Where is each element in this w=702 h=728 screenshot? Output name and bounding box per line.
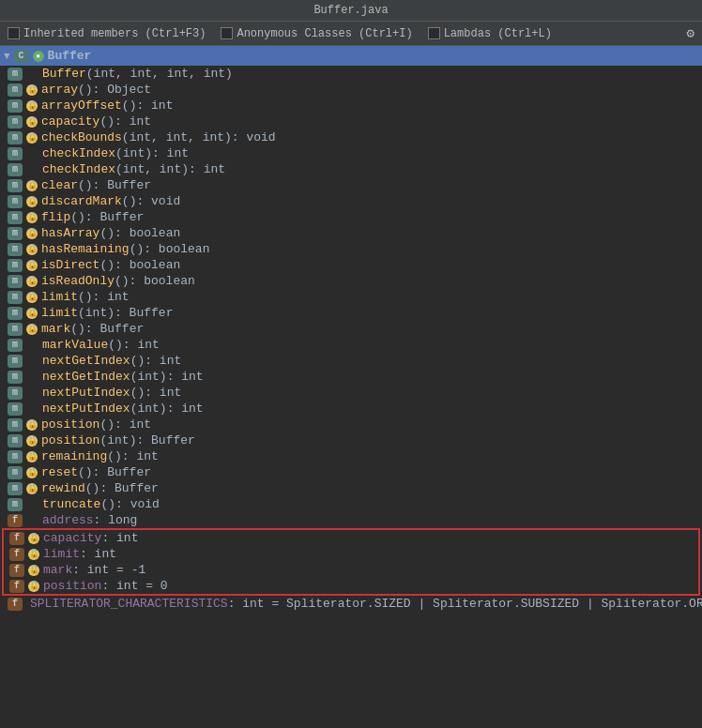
method-badge: m: [8, 68, 23, 81]
member-text: array(): Object: [41, 83, 151, 97]
method-badge: m: [8, 339, 23, 352]
method-badge: m: [8, 195, 23, 208]
list-item[interactable]: m 🔒 flip(): Buffer: [0, 209, 702, 225]
member-text: nextPutIndex(): int: [42, 386, 181, 400]
field-badge: f: [8, 514, 23, 527]
method-badge: m: [8, 323, 23, 336]
member-text: hasRemaining(): boolean: [41, 242, 209, 256]
list-item[interactable]: m 🔒 reset(): Buffer: [0, 464, 702, 480]
list-item[interactable]: m nextPutIndex(): int: [0, 385, 702, 401]
list-item[interactable]: f 🔒 mark: int = -1: [4, 562, 698, 578]
list-item[interactable]: m 🔒 hasArray(): boolean: [0, 225, 702, 241]
list-item[interactable]: m 🔒 position(int): Buffer: [0, 432, 702, 448]
list-item[interactable]: m 🔒 discardMark(): void: [0, 193, 702, 209]
method-badge: m: [8, 227, 23, 240]
lambdas-checkbox[interactable]: Lambdas (Ctrl+L): [428, 27, 552, 40]
member-text: position(): int: [41, 417, 151, 432]
list-item[interactable]: m truncate(): void: [0, 496, 702, 512]
lock-icon: 🔒: [26, 196, 38, 207]
lock-icon: 🔒: [26, 228, 38, 239]
list-item[interactable]: m 🔒 isReadOnly(): boolean: [0, 273, 702, 289]
method-badge: m: [8, 147, 23, 160]
lock-icon: 🔒: [28, 581, 39, 592]
list-item[interactable]: m 🔒 mark(): Buffer: [0, 321, 702, 337]
member-text: position: int = 0: [43, 579, 168, 593]
lock-icon: 🔒: [26, 419, 38, 431]
member-text: rewind(): Buffer: [41, 481, 159, 495]
field-badge: f: [9, 548, 24, 561]
list-item[interactable]: m checkIndex(int, int): int: [0, 161, 702, 177]
member-list: m Buffer(int, int, int, int) m 🔒 array()…: [0, 66, 702, 728]
class-name: Buffer: [48, 49, 92, 63]
lock-icon: 🔒: [26, 308, 38, 319]
list-item[interactable]: m 🔒 limit(int): Buffer: [0, 305, 702, 321]
member-text: checkBounds(int, int, int): void: [41, 130, 276, 144]
list-item[interactable]: f address: long: [0, 512, 702, 528]
list-item[interactable]: m 🔒 checkBounds(int, int, int): void: [0, 129, 702, 145]
list-item[interactable]: m 🔒 remaining(): int: [0, 448, 702, 464]
list-item[interactable]: m checkIndex(int): int: [0, 145, 702, 161]
list-item[interactable]: m Buffer(int, int, int, int): [0, 66, 702, 82]
member-text: address: long: [42, 513, 137, 527]
toolbar: Inherited members (Ctrl+F3) Anonymous Cl…: [0, 22, 702, 46]
method-badge: m: [8, 83, 23, 97]
list-item[interactable]: f 🔒 position: int = 0: [4, 578, 698, 594]
method-badge: m: [8, 402, 23, 416]
list-item[interactable]: m 🔒 limit(): int: [0, 289, 702, 305]
lock-icon: 🔒: [26, 276, 38, 287]
lock-icon: 🔒: [28, 549, 39, 560]
member-text: remaining(): int: [41, 449, 159, 463]
member-text: limit(int): Buffer: [41, 306, 173, 320]
list-item[interactable]: f 🔒 capacity: int: [4, 530, 698, 546]
member-text: position(int): Buffer: [41, 433, 195, 447]
lock-icon: 🔒: [26, 244, 38, 255]
inherited-checkbox-box: [8, 27, 20, 39]
list-item[interactable]: m 🔒 rewind(): Buffer: [0, 480, 702, 496]
member-text: isReadOnly(): boolean: [41, 274, 195, 288]
list-item[interactable]: m 🔒 array(): Object: [0, 82, 702, 98]
member-text: clear(): Buffer: [41, 178, 151, 192]
lock-icon: 🔒: [26, 435, 38, 447]
inherited-label: Inherited members (Ctrl+F3): [23, 27, 206, 40]
list-item[interactable]: m 🔒 capacity(): int: [0, 114, 702, 129]
inherited-members-checkbox[interactable]: Inherited members (Ctrl+F3): [8, 27, 206, 40]
class-header[interactable]: ▼ C ● Buffer: [0, 46, 702, 66]
lock-icon: 🔒: [26, 212, 38, 223]
method-badge: m: [8, 498, 23, 511]
class-badge: C: [14, 50, 29, 63]
method-badge: m: [8, 418, 23, 432]
method-badge: m: [8, 99, 23, 113]
lock-icon: 🔒: [28, 565, 39, 576]
member-text: limit: int: [43, 547, 116, 561]
list-item[interactable]: f 🔒 limit: int: [4, 546, 698, 562]
list-item[interactable]: m 🔒 position(): int: [0, 417, 702, 432]
list-item[interactable]: m nextPutIndex(int): int: [0, 401, 702, 417]
list-item[interactable]: m markValue(): int: [0, 337, 702, 353]
method-badge: m: [8, 434, 23, 447]
method-badge: m: [8, 163, 23, 176]
list-item[interactable]: m 🔒 clear(): Buffer: [0, 177, 702, 193]
member-text: hasArray(): boolean: [41, 226, 180, 240]
lock-icon: 🔒: [26, 132, 38, 144]
member-text: SPLITERATOR_CHARACTERISTICS: int = Split…: [30, 597, 702, 611]
method-badge: m: [8, 259, 23, 272]
field-badge: f: [9, 564, 24, 577]
settings-icon[interactable]: ⚙: [687, 25, 694, 41]
list-item[interactable]: m 🔒 isDirect(): boolean: [0, 257, 702, 273]
member-text: discardMark(): void: [41, 194, 180, 208]
chevron-down-icon: ▼: [4, 51, 10, 62]
method-badge: m: [8, 275, 23, 288]
lock-icon: 🔒: [26, 180, 38, 191]
bottom-field-row[interactable]: f SPLITERATOR_CHARACTERISTICS: int = Spl…: [0, 596, 702, 612]
member-text: nextGetIndex(int): int: [42, 370, 204, 384]
list-item[interactable]: m 🔒 hasRemaining(): boolean: [0, 241, 702, 257]
lock-icon: 🔒: [26, 292, 38, 303]
method-badge: m: [8, 450, 23, 463]
anonymous-classes-checkbox[interactable]: Anonymous Classes (Ctrl+I): [221, 27, 412, 40]
list-item[interactable]: m nextGetIndex(int): int: [0, 369, 702, 385]
lock-icon: 🔒: [26, 260, 38, 271]
list-item[interactable]: m nextGetIndex(): int: [0, 353, 702, 369]
list-item[interactable]: m 🔒 arrayOffset(): int: [0, 98, 702, 114]
window-title: Buffer.java: [313, 4, 388, 17]
lock-icon: 🔒: [26, 324, 38, 335]
